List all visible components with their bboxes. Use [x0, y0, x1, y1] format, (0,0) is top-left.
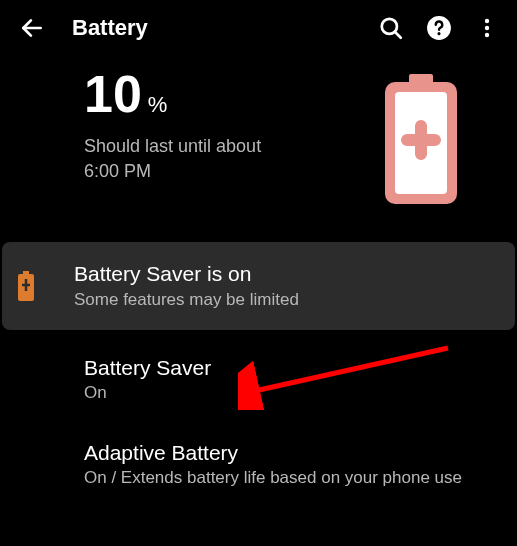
estimate-line2: 6:00 PM: [84, 159, 379, 184]
battery-estimate: Should last until about 6:00 PM: [84, 134, 379, 184]
more-button[interactable]: [473, 14, 501, 42]
arrow-back-icon: [19, 15, 45, 41]
notice-text: Battery Saver is on Some features may be…: [74, 262, 491, 310]
battery-percent-value: 10: [84, 68, 142, 120]
help-icon: [426, 15, 452, 41]
search-button[interactable]: [377, 14, 405, 42]
setting-battery-saver-title: Battery Saver: [84, 356, 493, 380]
setting-adaptive-title: Adaptive Battery: [84, 441, 493, 465]
help-button[interactable]: [425, 14, 453, 42]
battery-status-header: 10 % Should last until about 6:00 PM: [0, 56, 517, 234]
setting-battery-saver[interactable]: Battery Saver On: [0, 338, 517, 423]
battery-info: 10 % Should last until about 6:00 PM: [84, 68, 379, 184]
battery-saver-icon: [18, 271, 34, 301]
svg-point-7: [485, 33, 489, 37]
more-vert-icon: [475, 16, 499, 40]
notice-title: Battery Saver is on: [74, 262, 491, 286]
setting-adaptive-subtitle: On / Extends battery life based on your …: [84, 467, 493, 490]
notice-subtitle: Some features may be limited: [74, 290, 491, 310]
battery-percent-symbol: %: [148, 92, 168, 118]
search-icon: [378, 15, 404, 41]
battery-saver-notice[interactable]: Battery Saver is on Some features may be…: [2, 242, 515, 330]
page-title: Battery: [72, 15, 377, 41]
back-button[interactable]: [16, 12, 48, 44]
setting-battery-saver-subtitle: On: [84, 382, 493, 405]
content: 10 % Should last until about 6:00 PM Bat…: [0, 56, 517, 508]
top-actions: [377, 14, 501, 42]
setting-adaptive-battery[interactable]: Adaptive Battery On / Extends battery li…: [0, 423, 517, 508]
battery-percent: 10 %: [84, 68, 379, 120]
svg-line-2: [395, 32, 401, 38]
svg-point-6: [485, 26, 489, 30]
svg-rect-11: [23, 271, 29, 274]
svg-point-4: [437, 32, 440, 35]
estimate-line1: Should last until about: [84, 134, 379, 159]
top-app-bar: Battery: [0, 0, 517, 56]
svg-point-5: [485, 19, 489, 23]
battery-graphic: [379, 74, 463, 204]
battery-medical-icon: [379, 74, 463, 204]
